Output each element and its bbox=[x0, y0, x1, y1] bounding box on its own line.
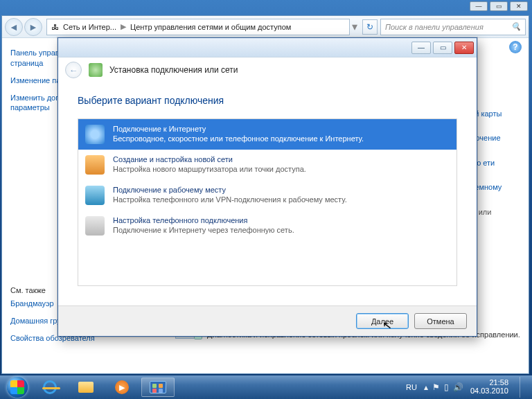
cancel-button[interactable]: Отмена bbox=[414, 313, 467, 329]
option-internet[interactable]: Подключение к Интернету Беспроводное, ск… bbox=[78, 119, 456, 150]
option-title: Настройка телефонного подключения bbox=[113, 216, 294, 226]
dialog-close-button[interactable]: ✕ bbox=[454, 42, 474, 54]
maximize-button[interactable]: ▭ bbox=[490, 1, 508, 11]
nav-back-button[interactable]: ◄ bbox=[5, 18, 23, 36]
taskbar-app-explorer[interactable] bbox=[69, 378, 103, 397]
breadcrumb-part-2[interactable]: Центр управления сетями и общим доступом bbox=[130, 23, 291, 31]
network-tray-icon[interactable]: ▯ bbox=[444, 382, 449, 392]
outer-window-controls: — ▭ ✕ bbox=[0, 0, 532, 12]
windows-orb-icon bbox=[7, 377, 28, 398]
taskbar: ▶ RU ▴ ⚑ ▯ 🔊 21:58 04.03.2010 bbox=[0, 375, 532, 399]
dialog-titlebar[interactable]: — ▭ ✕ bbox=[58, 38, 477, 57]
globe-icon bbox=[85, 125, 105, 144]
control-panel-icon bbox=[150, 381, 166, 393]
action-center-icon[interactable]: ⚑ bbox=[432, 382, 440, 392]
building-icon bbox=[85, 186, 105, 205]
minimize-button[interactable]: — bbox=[470, 1, 488, 11]
address-bar: ◄ ► 🖧 Сеть и Интер... ▶ Центр управления… bbox=[2, 16, 529, 38]
nav-forward-button[interactable]: ► bbox=[24, 18, 42, 36]
option-new-network[interactable]: Создание и настройка новой сети Настройк… bbox=[78, 150, 456, 180]
option-desc: Настройка телефонного или VPN-подключени… bbox=[113, 195, 347, 205]
breadcrumb[interactable]: 🖧 Сеть и Интер... ▶ Центр управления сет… bbox=[46, 19, 350, 35]
tray-chevron-up-icon[interactable]: ▴ bbox=[424, 382, 428, 392]
system-tray: RU ▴ ⚑ ▯ 🔊 21:58 04.03.2010 bbox=[406, 377, 528, 398]
show-desktop-button[interactable] bbox=[520, 377, 526, 398]
taskbar-clock[interactable]: 21:58 04.03.2010 bbox=[470, 379, 508, 395]
taskbar-app-control-panel[interactable] bbox=[141, 378, 175, 397]
dialog-title: Установка подключения или сети bbox=[109, 65, 238, 75]
connection-options-list: Подключение к Интернету Беспроводное, ск… bbox=[78, 118, 457, 286]
dialog-minimize-button[interactable]: — bbox=[411, 42, 431, 54]
breadcrumb-part-1[interactable]: Сеть и Интер... bbox=[63, 23, 116, 31]
option-title: Создание и настройка новой сети bbox=[113, 155, 306, 165]
folder-icon bbox=[78, 382, 94, 393]
search-input[interactable]: Поиск в панели управления 🔍 bbox=[380, 19, 526, 35]
option-desc: Беспроводное, скоростное или телефонное … bbox=[113, 134, 364, 144]
dialog-maximize-button[interactable]: ▭ bbox=[433, 42, 452, 54]
close-button[interactable]: ✕ bbox=[510, 1, 528, 11]
option-title: Подключение к Интернету bbox=[113, 125, 364, 134]
start-button[interactable] bbox=[4, 377, 30, 398]
refresh-button[interactable]: ↻ bbox=[362, 19, 378, 35]
setup-connection-dialog: — ▭ ✕ ← Установка подключения или сети В… bbox=[57, 37, 477, 337]
option-desc: Подключение к Интернету через телефонную… bbox=[113, 226, 294, 236]
media-player-icon: ▶ bbox=[115, 380, 129, 394]
phone-icon bbox=[85, 216, 105, 236]
next-button[interactable]: Далее bbox=[356, 313, 409, 329]
network-setup-icon bbox=[89, 63, 103, 77]
option-desc: Настройка нового маршрутизатора или точк… bbox=[113, 165, 306, 175]
chevron-right-icon: ▶ bbox=[121, 22, 126, 31]
option-title: Подключение к рабочему месту bbox=[113, 186, 347, 195]
option-dialup[interactable]: Настройка телефонного подключения Подклю… bbox=[78, 211, 456, 241]
dialog-heading: Выберите вариант подключения bbox=[78, 95, 457, 106]
option-workplace[interactable]: Подключение к рабочему месту Настройка т… bbox=[78, 180, 456, 211]
breadcrumb-icon: 🖧 bbox=[51, 23, 59, 31]
ie-icon bbox=[43, 380, 57, 394]
language-indicator[interactable]: RU bbox=[406, 383, 417, 391]
dialog-back-button[interactable]: ← bbox=[65, 62, 82, 78]
search-placeholder: Поиск в панели управления bbox=[385, 23, 484, 31]
search-icon: 🔍 bbox=[511, 22, 521, 31]
router-icon bbox=[85, 155, 105, 175]
taskbar-app-wmp[interactable]: ▶ bbox=[105, 378, 139, 397]
dialog-footer: Далее Отмена bbox=[58, 305, 477, 336]
clock-date: 04.03.2010 bbox=[470, 387, 508, 396]
help-icon[interactable]: ? bbox=[509, 41, 522, 53]
taskbar-app-ie[interactable] bbox=[33, 378, 66, 397]
volume-icon[interactable]: 🔊 bbox=[453, 382, 463, 392]
